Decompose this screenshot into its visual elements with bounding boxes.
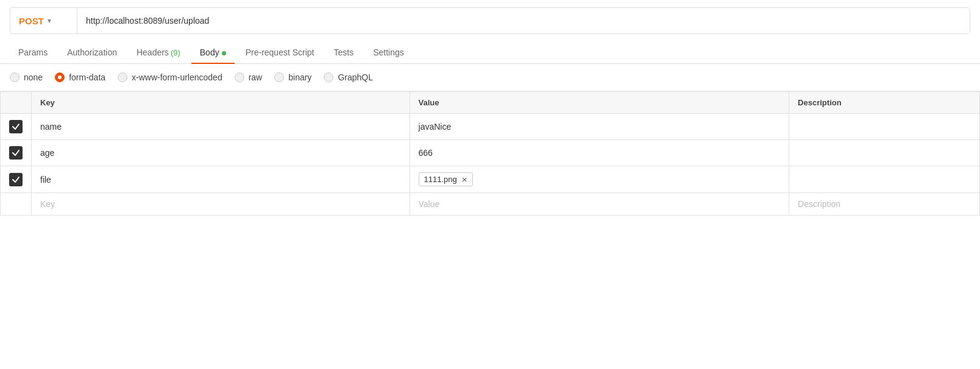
row-key-file[interactable]: file <box>32 166 410 193</box>
tab-headers[interactable]: Headers(9) <box>128 41 189 63</box>
method-selector[interactable]: POST ▾ <box>10 8 77 33</box>
row-key-name[interactable]: name <box>32 114 410 140</box>
tab-authorization[interactable]: Authorization <box>59 41 126 63</box>
radio-circle-form-data <box>55 72 65 82</box>
radio-circle-graphql <box>324 72 333 82</box>
tab-pre-request[interactable]: Pre-request Script <box>237 41 323 63</box>
radio-urlencoded[interactable]: x-www-form-urlencoded <box>118 72 222 82</box>
row-checkbox-age[interactable] <box>9 146 23 160</box>
tab-tests[interactable]: Tests <box>325 41 363 63</box>
radio-circle-raw <box>235 72 244 82</box>
placeholder-value[interactable]: Value <box>410 193 789 216</box>
row-desc-age <box>789 140 980 166</box>
body-type-selectors: none form-data x-www-form-urlencoded raw… <box>0 64 980 91</box>
body-active-dot <box>222 51 226 55</box>
radio-circle-binary <box>274 72 284 82</box>
row-checkbox-cell <box>1 166 32 193</box>
row-key-age[interactable]: age <box>32 140 410 166</box>
radio-binary[interactable]: binary <box>274 72 311 82</box>
row-desc-file <box>789 166 980 193</box>
table-row: file 1111.png × <box>1 166 980 193</box>
radio-circle-urlencoded <box>118 72 127 82</box>
file-tag-close-icon[interactable]: × <box>462 175 467 184</box>
headers-badge: (9) <box>171 48 180 57</box>
table-row-placeholder: Key Value Description <box>1 193 980 216</box>
table-row: age 666 <box>1 140 980 166</box>
placeholder-checkbox-cell <box>1 193 32 216</box>
http-method: POST <box>19 16 44 26</box>
url-input[interactable] <box>77 8 970 33</box>
row-desc-name <box>789 114 980 140</box>
form-data-table: Key Value Description name javaNice <box>0 91 980 216</box>
radio-circle-none <box>10 72 20 82</box>
file-tag-name: 1111.png <box>424 175 457 184</box>
tab-settings[interactable]: Settings <box>364 41 413 63</box>
row-checkbox-file[interactable] <box>9 173 23 186</box>
radio-form-data[interactable]: form-data <box>55 72 105 82</box>
tab-body[interactable]: Body <box>191 41 235 63</box>
chevron-down-icon: ▾ <box>48 16 51 25</box>
radio-graphql[interactable]: GraphQL <box>324 72 373 82</box>
radio-none[interactable]: none <box>10 72 43 82</box>
placeholder-desc: Description <box>789 193 980 216</box>
row-checkbox-cell <box>1 114 32 140</box>
tabs-bar: Params Authorization Headers(9) Body Pre… <box>0 41 980 64</box>
file-tag: 1111.png × <box>419 172 473 186</box>
col-header-key: Key <box>32 92 410 114</box>
row-checkbox-cell <box>1 140 32 166</box>
col-header-description: Description <box>789 92 980 114</box>
row-checkbox-name[interactable] <box>9 120 23 133</box>
placeholder-key[interactable]: Key <box>32 193 410 216</box>
tab-params[interactable]: Params <box>10 41 56 63</box>
row-value-name[interactable]: javaNice <box>410 114 789 140</box>
col-header-value: Value <box>410 92 789 114</box>
row-value-age[interactable]: 666 <box>410 140 789 166</box>
url-bar: POST ▾ <box>10 7 970 34</box>
table-row: name javaNice <box>1 114 980 140</box>
row-value-file: 1111.png × <box>410 166 789 193</box>
radio-raw[interactable]: raw <box>235 72 263 82</box>
col-header-checkbox <box>1 92 32 114</box>
